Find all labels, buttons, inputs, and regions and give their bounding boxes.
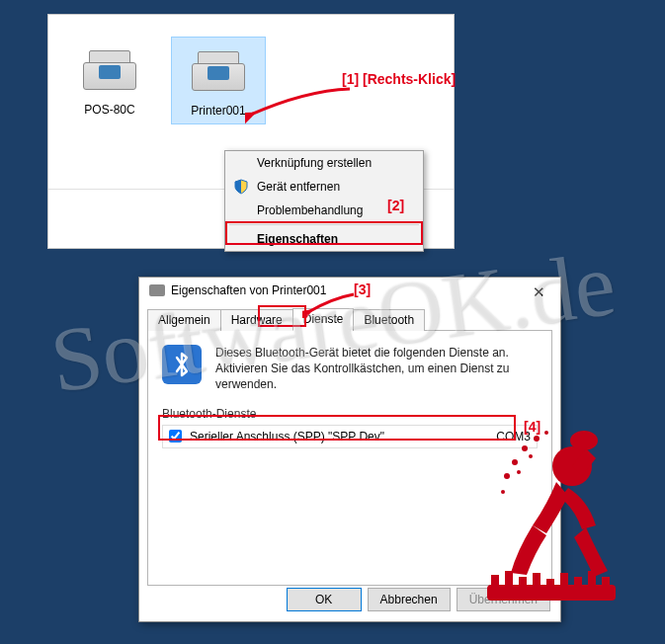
properties-dialog: Eigenschaften von Printer001 ✕ Allgemein…: [138, 277, 561, 622]
ok-button[interactable]: OK: [287, 588, 362, 611]
button-label: OK: [315, 593, 332, 606]
menu-remove-device[interactable]: Gerät entfernen: [225, 175, 423, 199]
services-description: Dieses Bluetooth-Gerät bietet die folgen…: [215, 345, 538, 393]
svg-rect-16: [560, 573, 568, 595]
cancel-button[interactable]: Abbrechen: [368, 588, 451, 611]
dialog-title-text: Eigenschaften von Printer001: [171, 283, 326, 297]
close-icon: ✕: [533, 283, 545, 301]
device-label: POS-80C: [62, 101, 157, 122]
button-label: Abbrechen: [380, 593, 438, 606]
tab-label: Hardware: [231, 313, 283, 327]
device-label: Printer001: [172, 102, 265, 123]
divider: [229, 224, 419, 225]
device-printer001[interactable]: Printer001: [171, 37, 266, 124]
tab-label: Bluetooth: [364, 313, 414, 327]
close-button[interactable]: ✕: [523, 282, 554, 303]
tab-label: Dienste: [303, 312, 344, 326]
apply-button[interactable]: Übernehmen: [457, 588, 550, 611]
tab-general[interactable]: Allgemein: [147, 309, 221, 331]
button-label: Übernehmen: [469, 593, 538, 606]
annotation-step3: [3]: [354, 282, 371, 297]
annotation-step2: [2]: [387, 198, 404, 213]
group-label: Bluetooth-Dienste: [162, 407, 538, 421]
service-label: Serieller Anschluss (SPP) "SPP Dev": [190, 430, 384, 443]
service-checkbox[interactable]: [169, 430, 182, 443]
shield-icon: [233, 179, 249, 195]
printer-icon: [149, 284, 165, 296]
menu-create-shortcut[interactable]: Verknüpfung erstellen: [225, 151, 423, 175]
menu-label: Gerät entfernen: [257, 180, 340, 194]
svg-rect-17: [574, 577, 582, 595]
svg-point-1: [570, 431, 598, 450]
annotation-step1: [1] [Rechts-Klick]: [342, 71, 456, 87]
menu-label: Eigenschaften: [257, 232, 338, 246]
tab-services[interactable]: Dienste: [292, 308, 355, 331]
tab-strip: Allgemein Hardware Dienste Bluetooth: [147, 307, 552, 331]
svg-rect-18: [588, 571, 596, 595]
device-pos80c[interactable]: POS-80C: [62, 37, 157, 122]
tab-hardware[interactable]: Hardware: [220, 309, 293, 331]
tab-label: Allgemein: [158, 313, 210, 327]
printer-icon: [75, 42, 144, 97]
menu-properties[interactable]: Eigenschaften: [225, 227, 423, 251]
tab-body-services: Dieses Bluetooth-Gerät bietet die folgen…: [147, 331, 552, 586]
printer-icon: [184, 43, 253, 98]
service-row-spp: Serieller Anschluss (SPP) "SPP Dev" COM3: [162, 425, 538, 448]
bluetooth-icon: [162, 345, 202, 384]
menu-label: Problembehandlung: [257, 203, 363, 217]
tab-bluetooth[interactable]: Bluetooth: [353, 309, 425, 331]
annotation-step4: [4]: [524, 419, 540, 435]
menu-label: Verknüpfung erstellen: [257, 156, 372, 170]
svg-rect-19: [602, 577, 610, 595]
dialog-titlebar: Eigenschaften von Printer001: [139, 278, 560, 303]
dialog-buttons: OK Abbrechen Übernehmen: [287, 588, 550, 611]
